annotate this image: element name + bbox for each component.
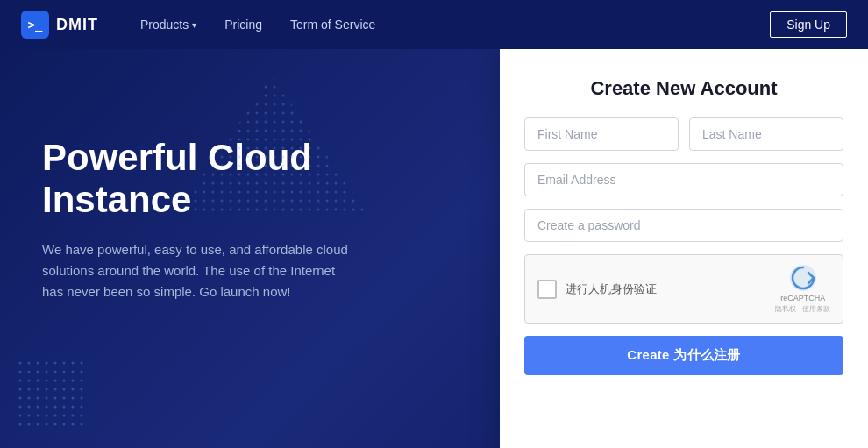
recaptcha-label: 进行人机身份验证 [566,281,657,297]
card-title: Create New Account [524,77,843,100]
nav-tos[interactable]: Term of Service [276,0,389,49]
hero-section: Powerful Cloud Instance We have powerful… [0,49,868,448]
recaptcha-logo-icon [789,264,817,292]
mountain-decoration [175,67,368,224]
svg-rect-4 [18,360,88,430]
password-input[interactable] [524,209,843,242]
name-row [524,117,843,151]
navbar: >_ DMIT Products ▾ Pricing Term of Servi… [0,0,868,49]
signup-button[interactable]: Sign Up [770,11,847,38]
recaptcha-checkbox[interactable] [537,280,557,299]
hero-subtitle: We have powerful, easy to use, and affor… [42,239,358,302]
first-name-input[interactable] [524,117,679,151]
create-account-button[interactable]: Create 为什么注册 [524,336,843,375]
chevron-down-icon: ▾ [192,20,196,30]
registration-card: Create New Account 进行人机身份验证 reCAPTCHA [500,49,868,448]
last-name-input[interactable] [689,117,843,151]
logo-icon: >_ [21,11,49,39]
email-input[interactable] [524,163,843,196]
logo[interactable]: >_ DMIT [21,11,98,39]
nav-links: Products ▾ Pricing Term of Service [126,0,770,49]
recaptcha-brand: reCAPTCHA [780,294,825,302]
recaptcha-privacy: 隐私权 · 使用条款 [775,304,830,314]
logo-text: DMIT [56,16,98,34]
nav-products[interactable]: Products ▾ [126,0,210,49]
svg-rect-2 [175,67,368,224]
recaptcha-widget[interactable]: 进行人机身份验证 reCAPTCHA 隐私权 · 使用条款 [524,254,843,324]
nav-pricing[interactable]: Pricing [210,0,276,49]
bottom-left-decoration [18,360,88,430]
